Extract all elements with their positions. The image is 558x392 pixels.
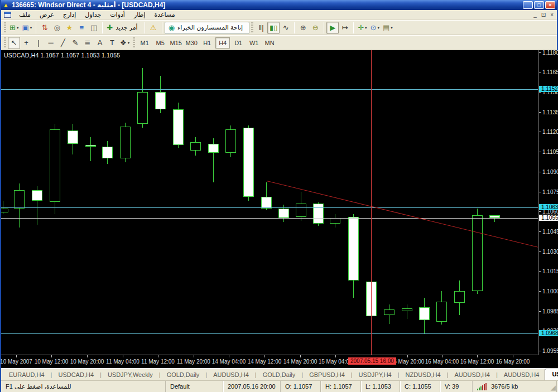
trendline-object[interactable] <box>267 181 538 248</box>
data-window-button[interactable]: ◎ <box>51 22 63 34</box>
chart-line-button[interactable]: ∿ <box>280 22 292 34</box>
title-bar[interactable]: ▲ 136665: Windsor Direct 4 - أمثلية - [U… <box>1 0 557 10</box>
bull-candle-body <box>296 204 306 217</box>
price-tick-label: 1.0985 <box>542 308 558 314</box>
timeframe-m5-button[interactable]: M5 <box>153 37 167 49</box>
tab-gold-daily[interactable]: GOLD,Daily <box>161 370 205 380</box>
fibonacci-retracement-button[interactable]: ≣ <box>81 37 94 49</box>
data-window-icon: ◎ <box>54 24 60 31</box>
timeframe-m15-button[interactable]: M15 <box>169 37 183 49</box>
tab-usdjpy-h4[interactable]: USDJPY,H4 <box>353 370 397 380</box>
new-chart-button[interactable]: ⊞▾ <box>8 22 20 34</box>
chart-window-icon[interactable] <box>4 12 11 18</box>
toolbar-gripper[interactable] <box>133 37 135 49</box>
equidistant-channel-icon: ✎ <box>73 39 79 46</box>
tab-usdjpy-weekly[interactable]: USDJPY,Weekly <box>102 370 158 380</box>
chart-shift-button[interactable]: ↦ <box>339 22 351 34</box>
current-price-line <box>1 218 538 219</box>
trendline-button[interactable]: ╱ <box>57 37 69 49</box>
tab-usdcad-h4-active[interactable]: USDCAD,H4 <box>545 369 558 380</box>
chart-area: USDCAD,H4 1.1057 1.1057 1.1053 1.1055 1.… <box>1 50 558 368</box>
tab-usdcad-h4[interactable]: USDCAD,H4 <box>52 370 99 380</box>
crosshair-button[interactable]: + <box>20 37 32 49</box>
price-tick-mark <box>539 291 541 292</box>
menu-tools[interactable]: أدوات <box>105 10 129 20</box>
vertical-line-button[interactable]: | <box>32 37 45 49</box>
profiles-button[interactable]: ▣▾ <box>20 22 33 34</box>
menu-view[interactable]: عرض <box>35 10 59 20</box>
indicators-icon: ✛ <box>358 24 364 31</box>
status-text-bar-high: H: 1.1057 <box>325 383 352 390</box>
time-tick-label: 16 May 20:00 <box>496 359 530 365</box>
timeframe-m1-button[interactable]: M1 <box>137 37 152 49</box>
menu-file[interactable]: ملف <box>15 10 35 20</box>
candle-wick <box>90 137 91 161</box>
strategy-tester-button[interactable]: ◫ <box>88 22 100 34</box>
menu-help[interactable]: مساعدة <box>150 10 179 20</box>
terminal-button[interactable]: ≡ <box>75 22 88 34</box>
mdi-minimize-button[interactable]: _ <box>531 12 539 18</box>
time-tick-mark <box>158 355 158 357</box>
tab-audusd-h4[interactable]: AUDUSD,H4 <box>449 370 496 380</box>
resize-grip[interactable]: ◢ <box>551 384 556 391</box>
alert-button[interactable]: ⚠ <box>147 22 160 34</box>
timeframe-m30-button[interactable]: M30 <box>184 37 199 49</box>
tab-audusd-h4[interactable]: AUDUSD,H4 <box>208 370 254 380</box>
timeframe-h4-button[interactable]: H4 <box>215 37 230 49</box>
zoom-out-button[interactable]: ⊖ <box>309 22 321 34</box>
market-watch-button[interactable]: ⇅ <box>39 22 51 34</box>
maximize-button[interactable]: □ <box>534 1 544 9</box>
bear-candle-body <box>85 145 96 146</box>
arrows-button[interactable]: ❖▾ <box>118 37 131 49</box>
time-tick-mark <box>300 355 301 357</box>
timeframe-d1-button[interactable]: D1 <box>231 37 246 49</box>
timeframe-h1-button[interactable]: H1 <box>200 37 214 49</box>
mdi-restore-button[interactable]: ⊡ <box>539 12 548 18</box>
price-tick-label: 1.1180 <box>542 50 558 56</box>
time-axis[interactable]: 10 May 200710 May 12:0010 May 20:0011 Ma… <box>1 355 558 368</box>
toolbar-separator <box>145 22 145 33</box>
horizontal-line-button[interactable]: ─ <box>45 37 57 49</box>
toolbar-gripper[interactable] <box>4 37 6 49</box>
support-resistance-line[interactable] <box>1 333 538 334</box>
price-axis[interactable]: 1.11521.10631.09681.10551.11801.11651.11… <box>539 50 558 355</box>
periods-button[interactable]: ⊙▾ <box>369 22 381 34</box>
support-resistance-line[interactable] <box>1 89 538 90</box>
menu-insert[interactable]: إدارج <box>59 10 80 20</box>
tab-gbpusd-h4[interactable]: GBPUSD,H4 <box>304 370 350 380</box>
indicators-button[interactable]: ✛▾ <box>356 22 368 34</box>
status-bar: للمساعدة، اضغط على F1Default2007.05.16 2… <box>1 380 558 392</box>
equidistant-channel-button[interactable]: ✎ <box>69 37 81 49</box>
timeframe-w1-button[interactable]: W1 <box>247 37 261 49</box>
text-button[interactable]: A <box>94 37 106 49</box>
minimize-button[interactable]: _ <box>523 1 533 9</box>
toolbar-gripper[interactable] <box>251 22 253 33</box>
crosshair-vertical-line[interactable] <box>371 50 372 355</box>
vertical-line-icon: | <box>37 39 39 46</box>
chart-plot[interactable]: USDCAD,H4 1.1057 1.1057 1.1053 1.1055 <box>1 50 538 355</box>
expert-advisors-button[interactable]: ◉إتاحة المستشارون الخبراء <box>165 22 250 34</box>
close-button[interactable]: × <box>545 1 555 9</box>
support-resistance-line[interactable] <box>1 207 538 208</box>
menu-charts[interactable]: جداول <box>80 10 105 20</box>
tab-nzdusd-h4[interactable]: NZDUSD,H4 <box>400 370 446 380</box>
mdi-close-button[interactable]: × <box>548 12 556 18</box>
menu-window[interactable]: إطار <box>129 10 150 20</box>
timeframe-mn-button[interactable]: MN <box>262 37 277 49</box>
toolbar-gripper[interactable] <box>4 22 6 33</box>
bull-candle-body <box>330 218 340 224</box>
navigator-button[interactable]: ★ <box>63 22 75 34</box>
templates-button[interactable]: ▤▾ <box>381 22 395 34</box>
auto-scroll-button[interactable]: ▶ <box>326 22 339 34</box>
tab-gold-daily[interactable]: GOLD,Daily <box>257 370 301 380</box>
chart-candlesticks-button[interactable]: ▮▯ <box>267 22 280 34</box>
zoom-in-button[interactable]: ⊕ <box>297 22 309 34</box>
new-order-button[interactable]: ✚أمر جديد <box>105 22 142 34</box>
tab-audusd-h4[interactable]: AUDUSD,H4 <box>498 370 545 380</box>
chart-bars-button[interactable]: ‖| <box>255 22 267 34</box>
chevron-down-icon: ▾ <box>128 41 130 45</box>
text-label-button[interactable]: T <box>106 37 118 49</box>
time-tick-label: 11 May 12:00 <box>141 359 175 365</box>
cursor-button[interactable]: ↖ <box>8 37 20 49</box>
tab-euraud-h4[interactable]: EURAUD,H4 <box>3 370 50 380</box>
